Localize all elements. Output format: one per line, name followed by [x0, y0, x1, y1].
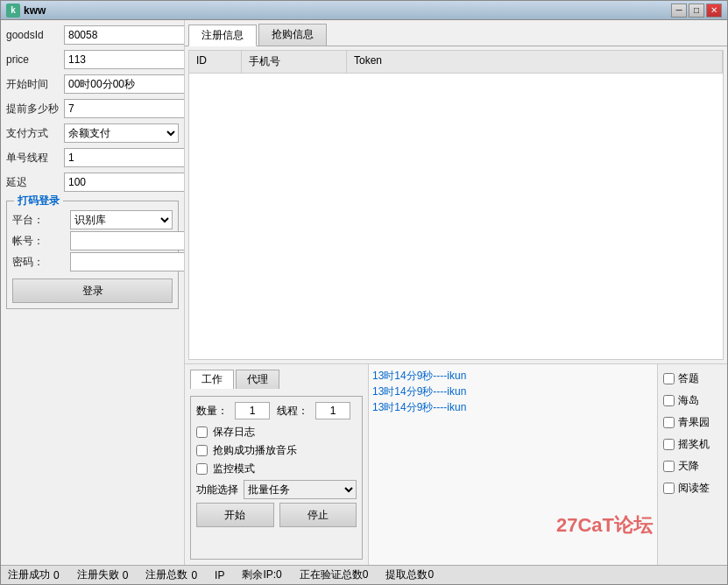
monitor-mode-label: 监控模式 — [213, 462, 255, 476]
start-time-label: 开始时间 — [6, 77, 60, 92]
cb-tianjiang-label: 天降 — [678, 459, 699, 474]
cb-dati[interactable] — [663, 373, 675, 384]
account-row: 帐号： — [12, 231, 173, 250]
main-window: k kww ─ □ ✕ goodsId price 开始时间 提前多少 — [0, 0, 728, 585]
cb-yaojiangjij[interactable] — [663, 439, 675, 450]
cb-yuedu[interactable] — [663, 483, 675, 494]
thread-input[interactable] — [315, 402, 350, 419]
title-bar: k kww ─ □ ✕ — [1, 1, 727, 20]
monitor-mode-checkbox[interactable] — [196, 463, 208, 475]
start-time-row: 开始时间 — [6, 74, 179, 94]
cb-dati-label: 答题 — [678, 371, 699, 386]
price-label: price — [6, 53, 60, 66]
delay-label: 延迟 — [6, 175, 60, 190]
maximize-button[interactable]: □ — [689, 4, 704, 18]
minimize-button[interactable]: ─ — [671, 4, 687, 18]
cb-yaojiangjij-label: 摇奖机 — [678, 437, 710, 452]
cb-tianjiang[interactable] — [663, 461, 675, 472]
work-panel: 数量： 线程： 保存日志 抢购成功播放音乐 — [190, 396, 363, 560]
register-total-val: 0 — [191, 569, 197, 581]
col-id-header: ID — [189, 51, 242, 73]
cb-item-1: 海岛 — [663, 393, 722, 408]
account-input[interactable] — [70, 231, 185, 250]
qty-label: 数量： — [196, 404, 228, 419]
captcha-group: 打码登录 平台： 识别库 帐号： 密码： — [6, 201, 179, 309]
price-input[interactable] — [64, 50, 185, 69]
remain-ip-val: 剩余IP:0 — [242, 567, 281, 582]
col-token-header: Token — [347, 51, 723, 73]
save-log-label: 保存日志 — [213, 425, 255, 440]
cb-item-5: 阅读签 — [663, 481, 722, 496]
platform-select[interactable]: 识别库 — [70, 210, 173, 229]
advance-label: 提前多少秒 — [6, 102, 60, 116]
monitor-mode-row: 监控模式 — [196, 462, 357, 476]
tab-proxy[interactable]: 代理 — [236, 370, 279, 389]
log-line-2: 13时14分9秒----ikun — [372, 399, 654, 415]
delay-input[interactable] — [64, 173, 185, 192]
qty-thread-row: 数量： 线程： — [196, 402, 357, 419]
right-panel: 注册信息 抢购信息 ID 手机号 Token 工作 代理 — [185, 20, 727, 565]
tab-purchase[interactable]: 抢购信息 — [258, 24, 327, 46]
cb-haidao-label: 海岛 — [678, 393, 699, 408]
tab-bar: 注册信息 抢购信息 — [185, 20, 727, 46]
pay-method-label: 支付方式 — [6, 126, 60, 141]
main-content: goodsId price 开始时间 提前多少秒 支付方式 余额支付 — [1, 20, 727, 565]
register-total-item: 注册总数 0 — [145, 567, 197, 582]
table-area: ID 手机号 Token — [188, 50, 724, 360]
bottom-section: 工作 代理 数量： 线程： 保存日志 — [185, 363, 727, 565]
start-time-input[interactable] — [64, 74, 185, 94]
cb-yuedu-label: 阅读签 — [678, 481, 710, 496]
save-log-row: 保存日志 — [196, 425, 357, 440]
goods-id-row: goodsId — [6, 25, 179, 45]
verifying-item: 正在验证总数0 — [300, 567, 369, 582]
single-thread-label: 单号线程 — [6, 151, 60, 166]
qty-input[interactable] — [235, 402, 270, 419]
log-line-0: 13时14分9秒----ikun — [372, 368, 654, 384]
captcha-group-title: 打码登录 — [14, 194, 63, 208]
delay-row: 延迟 — [6, 173, 179, 192]
remain-ip-item: 剩余IP:0 — [242, 567, 281, 582]
play-music-label: 抢购成功播放音乐 — [213, 443, 297, 458]
register-total-label: 注册总数 — [145, 567, 187, 582]
tab-register[interactable]: 注册信息 — [188, 25, 257, 46]
cb-qingguo[interactable] — [663, 417, 675, 428]
bottom-left: 工作 代理 数量： 线程： 保存日志 — [185, 364, 369, 565]
account-label: 帐号： — [12, 234, 67, 249]
tab-work[interactable]: 工作 — [190, 370, 234, 389]
log-line-1: 13时14分9秒----ikun — [372, 384, 654, 399]
func-select[interactable]: 批量任务 — [244, 480, 357, 499]
password-label: 密码： — [12, 255, 67, 270]
stop-button[interactable]: 停止 — [279, 503, 357, 527]
title-bar-buttons: ─ □ ✕ — [671, 4, 722, 18]
action-buttons: 开始 停止 — [196, 503, 357, 527]
play-music-checkbox[interactable] — [196, 445, 208, 456]
register-success-val: 0 — [53, 569, 60, 581]
fetch-val: 提取总数0 — [385, 567, 434, 582]
pay-method-row: 支付方式 余额支付 — [6, 123, 179, 143]
pay-method-select[interactable]: 余额支付 — [64, 123, 179, 143]
close-button[interactable]: ✕ — [706, 4, 722, 18]
password-input[interactable] — [70, 252, 185, 271]
cb-item-2: 青果园 — [663, 415, 722, 430]
window-icon: k — [6, 4, 20, 18]
left-panel: goodsId price 开始时间 提前多少秒 支付方式 余额支付 — [1, 20, 185, 565]
start-button[interactable]: 开始 — [196, 503, 274, 527]
cb-qingguo-label: 青果园 — [678, 415, 710, 430]
advance-input[interactable] — [64, 99, 185, 118]
cb-item-0: 答题 — [663, 371, 722, 386]
bottom-tab-bar: 工作 代理 — [190, 370, 363, 389]
status-bar: 注册成功 0 注册失败 0 注册总数 0 IP 剩余IP:0 正在验证总数0 提… — [1, 565, 727, 584]
goods-id-label: goodsId — [6, 29, 60, 41]
goods-id-input[interactable] — [64, 25, 185, 45]
platform-row: 平台： 识别库 — [12, 210, 173, 229]
advance-row: 提前多少秒 — [6, 99, 179, 118]
register-success-item: 注册成功 0 — [8, 567, 60, 582]
login-button[interactable]: 登录 — [12, 278, 173, 303]
single-thread-input[interactable] — [64, 148, 185, 167]
register-fail-val: 0 — [123, 569, 129, 581]
save-log-checkbox[interactable] — [196, 426, 208, 438]
ip-item: IP — [215, 569, 224, 581]
cb-haidao[interactable] — [663, 395, 675, 406]
func-select-row: 功能选择 批量任务 — [196, 480, 357, 499]
single-thread-row: 单号线程 — [6, 148, 179, 167]
